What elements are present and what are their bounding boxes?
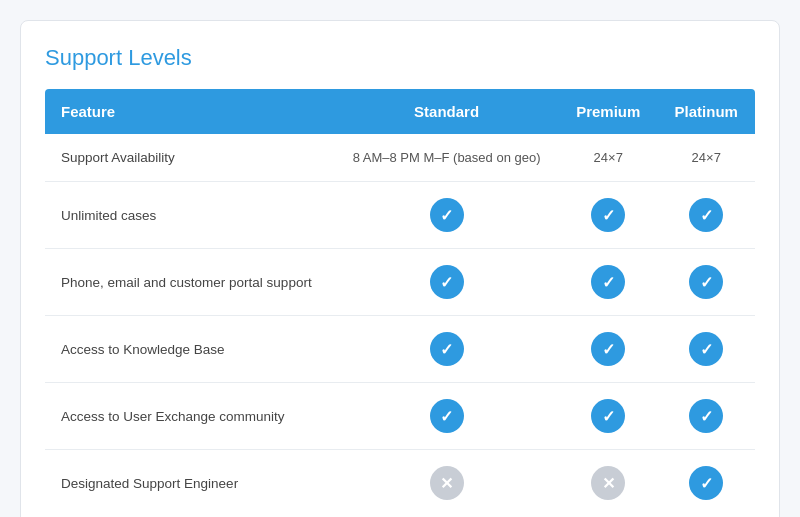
x-icon: ✕ [591,466,625,500]
cell-platinum-check: ✓ [657,383,755,450]
cell-feature: Access to Knowledge Base [45,316,334,383]
table-row: Support Availability8 AM–8 PM M–F (based… [45,134,755,182]
check-icon: ✓ [689,332,723,366]
cell-standard-check: ✓ [334,316,559,383]
cell-feature: Access to User Exchange community [45,383,334,450]
check-icon: ✓ [689,198,723,232]
cell-feature: Unlimited cases [45,182,334,249]
header-feature: Feature [45,89,334,134]
table-header-row: Feature Standard Premium Platinum [45,89,755,134]
cell-feature: Support Availability [45,134,334,182]
x-icon: ✕ [430,466,464,500]
cell-feature: Designated Support Engineer [45,450,334,517]
page-title: Support Levels [45,45,755,71]
cell-premium-text: 24×7 [559,134,657,182]
cell-premium-check: ✓ [559,316,657,383]
cell-standard-check: ✓ [334,249,559,316]
check-icon: ✓ [689,265,723,299]
table-row: Designated Support Engineer✕✕✓ [45,450,755,517]
check-icon: ✓ [430,198,464,232]
cell-standard-check: ✓ [334,182,559,249]
cell-platinum-check: ✓ [657,450,755,517]
check-icon: ✓ [591,399,625,433]
cell-platinum-check: ✓ [657,249,755,316]
check-icon: ✓ [689,399,723,433]
header-platinum: Platinum [657,89,755,134]
cell-premium-check: ✓ [559,182,657,249]
table-row: Access to User Exchange community✓✓✓ [45,383,755,450]
cell-premium-x: ✕ [559,450,657,517]
support-levels-table: Feature Standard Premium Platinum Suppor… [45,89,755,516]
check-icon: ✓ [591,332,625,366]
cell-premium-check: ✓ [559,383,657,450]
check-icon: ✓ [430,399,464,433]
check-icon: ✓ [591,198,625,232]
cell-feature: Phone, email and customer portal support [45,249,334,316]
cell-standard-x: ✕ [334,450,559,517]
header-premium: Premium [559,89,657,134]
cell-platinum-text: 24×7 [657,134,755,182]
cell-standard-text: 8 AM–8 PM M–F (based on geo) [334,134,559,182]
support-levels-container: Support Levels Feature Standard Premium … [20,20,780,517]
check-icon: ✓ [430,332,464,366]
cell-platinum-check: ✓ [657,182,755,249]
table-row: Phone, email and customer portal support… [45,249,755,316]
table-row: Unlimited cases✓✓✓ [45,182,755,249]
cell-premium-check: ✓ [559,249,657,316]
check-icon: ✓ [591,265,625,299]
check-icon: ✓ [430,265,464,299]
header-standard: Standard [334,89,559,134]
table-row: Access to Knowledge Base✓✓✓ [45,316,755,383]
check-icon: ✓ [689,466,723,500]
cell-platinum-check: ✓ [657,316,755,383]
cell-standard-check: ✓ [334,383,559,450]
